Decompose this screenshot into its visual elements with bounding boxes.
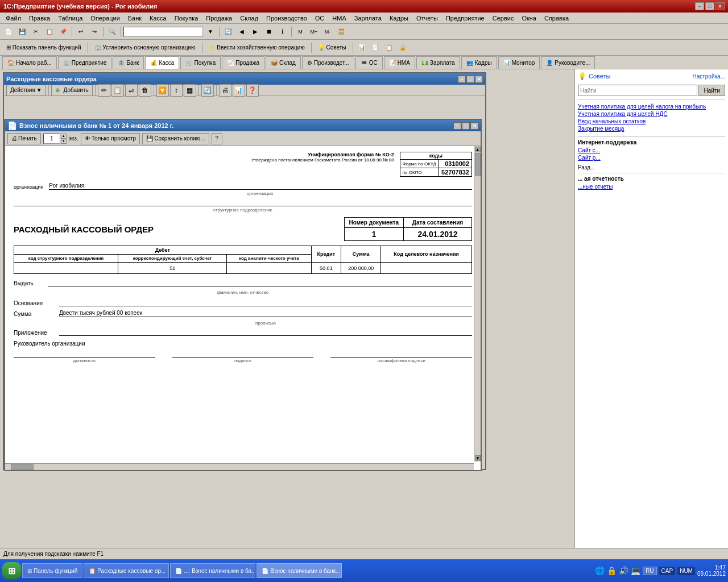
icon2[interactable]: 📑 xyxy=(369,41,382,54)
menu-table[interactable]: Таблица xyxy=(55,14,86,23)
tab-purchase[interactable]: 🛒Покупка xyxy=(180,56,221,69)
tips-btn[interactable]: 💡 Советы xyxy=(314,41,350,54)
menu-windows[interactable]: Окна xyxy=(518,14,540,23)
menu-salary[interactable]: Зарплата xyxy=(351,14,385,23)
toolbar-back[interactable]: ◀ xyxy=(235,26,248,38)
rko-sort-btn[interactable]: ↕ xyxy=(170,84,183,97)
maximize-button[interactable]: □ xyxy=(705,2,714,10)
toolbar-paste[interactable]: 📌 xyxy=(57,26,69,38)
rko-filter-btn[interactable]: 🔽 xyxy=(156,84,169,97)
icon3[interactable]: 📋 xyxy=(383,41,395,54)
tab-start[interactable]: 🏠Начало раб... xyxy=(2,56,57,69)
taskbar-vzn2[interactable]: 📄 Взнос наличными в банк... xyxy=(257,563,342,578)
copies-input[interactable]: 1 xyxy=(43,134,60,144)
settings-link[interactable]: Настройка... xyxy=(692,73,725,80)
link-nds[interactable]: Учетная политика для целей НДС xyxy=(578,111,725,117)
rko-actions-btn[interactable]: Действия ▼ xyxy=(6,85,46,96)
tab-enterprise[interactable]: 🏢Предприятие xyxy=(58,56,112,69)
tab-nma[interactable]: 📝НМА xyxy=(384,56,415,69)
tab-prod[interactable]: ⚙Производст... xyxy=(302,56,354,69)
rko-max-btn[interactable]: □ xyxy=(466,76,474,83)
toolbar-m[interactable]: M xyxy=(294,26,307,38)
menu-file[interactable]: Файл xyxy=(2,14,24,23)
rko-min-btn[interactable]: − xyxy=(458,76,466,83)
vzn-scrollbar[interactable]: ▲ ▼ xyxy=(474,146,481,462)
vzn-hscrollbar[interactable] xyxy=(5,463,474,470)
tab-bank[interactable]: 🏦Банк xyxy=(113,56,144,69)
icon4[interactable]: 🔒 xyxy=(396,41,409,54)
toolbar-cut[interactable]: ✂ xyxy=(30,26,42,38)
toolbar-new[interactable]: 📄 xyxy=(2,26,15,38)
toolbar-stop[interactable]: ⏹ xyxy=(263,26,275,38)
menu-kassa[interactable]: Касса xyxy=(146,14,170,23)
toolbar-info[interactable]: ℹ xyxy=(276,26,289,38)
vzn-max-btn[interactable]: □ xyxy=(462,122,470,130)
rko-group-btn[interactable]: ▦ xyxy=(184,84,196,97)
menu-reports[interactable]: Отчеты xyxy=(413,14,441,23)
toolbar-redo[interactable]: ↪ xyxy=(88,26,101,38)
show-panel-btn[interactable]: ⊞ Показать панель функций xyxy=(2,41,85,54)
rko-edit-btn[interactable]: ✏ xyxy=(98,84,110,97)
toolbar-copy[interactable]: 📋 xyxy=(43,26,56,38)
view-only-btn[interactable]: 👁 Только просмотр xyxy=(81,133,140,144)
menu-os[interactable]: ОС xyxy=(312,14,328,23)
toolbar-mplus[interactable]: M+ xyxy=(308,26,320,38)
tab-sales[interactable]: 📈Продажа xyxy=(222,56,264,69)
link-initial[interactable]: Ввод начальных остатков xyxy=(578,118,725,124)
print-btn[interactable]: 🖨 Печать xyxy=(7,133,41,144)
tab-kassa[interactable]: 💰Касса xyxy=(145,56,179,69)
taskbar-rko[interactable]: 📋 Расходные кассовые ор... xyxy=(84,563,169,578)
toolbar-go[interactable]: ▼ xyxy=(204,26,217,38)
toolbar-mminus[interactable]: M- xyxy=(321,26,334,38)
menu-enterprise[interactable]: Предприятие xyxy=(442,14,488,23)
tab-manager[interactable]: 👤Руководите... xyxy=(541,56,595,69)
rko-mark-btn[interactable]: 🗑 xyxy=(139,84,151,97)
rko-print-btn[interactable]: 🖨 xyxy=(219,84,231,97)
menu-warehouse[interactable]: Склад xyxy=(237,14,262,23)
icon1[interactable]: 📊 xyxy=(355,41,368,54)
menu-production[interactable]: Производство xyxy=(263,14,311,23)
vzn-close-btn[interactable]: ✕ xyxy=(470,122,478,130)
menu-operations[interactable]: Операции xyxy=(87,14,123,23)
enter-op-btn[interactable]: ⚡ Ввести хозяйственную операцию xyxy=(205,41,309,54)
toolbar-refresh[interactable]: 🔄 xyxy=(222,26,234,38)
tab-staff[interactable]: 👥Кадры xyxy=(461,56,497,69)
search-input[interactable] xyxy=(123,27,203,37)
spinner-up[interactable]: ▲ xyxy=(61,134,67,139)
rko-add-btn[interactable]: ⊕ Добавить xyxy=(51,85,93,96)
vzn-min-btn[interactable]: − xyxy=(453,122,461,130)
menu-help[interactable]: Справка xyxy=(541,14,572,23)
search-input[interactable] xyxy=(578,85,697,96)
rko-help-btn[interactable]: ❓ xyxy=(246,84,259,97)
rko-table-btn[interactable]: 📊 xyxy=(233,84,245,97)
taskbar-panel[interactable]: ⊞ Панель функций xyxy=(22,563,82,578)
search-btn[interactable]: Найти xyxy=(698,85,725,96)
copies-spinner[interactable]: 1 ▲ ▼ xyxy=(43,134,67,144)
menu-sell[interactable]: Продажа xyxy=(202,14,235,23)
site1-link[interactable]: Сайт с... xyxy=(578,147,725,153)
lang-btn[interactable]: RU xyxy=(643,567,656,575)
toolbar-calc[interactable]: 🧮 xyxy=(335,26,348,38)
toolbar-undo[interactable]: ↩ xyxy=(75,26,87,38)
tab-warehouse[interactable]: 📦Склад xyxy=(266,56,301,69)
rko-copy-btn[interactable]: 📋 xyxy=(111,84,124,97)
menu-buy[interactable]: Покупка xyxy=(171,14,202,23)
link-tax-profit[interactable]: Учетная политика для целей налога на при… xyxy=(578,103,725,110)
menu-bank[interactable]: Банк xyxy=(125,14,145,23)
rko-move-btn[interactable]: ⇌ xyxy=(125,84,138,97)
start-button[interactable]: ⊞ xyxy=(2,562,21,579)
tab-salary[interactable]: 💵Зарплата xyxy=(416,56,460,69)
link-close-month[interactable]: Закрытие месяца xyxy=(578,126,725,132)
tab-monitor[interactable]: 📊Монитор xyxy=(498,56,540,69)
menu-staff[interactable]: Кадры xyxy=(386,14,412,23)
toolbar-search[interactable]: 🔍 xyxy=(106,26,118,38)
taskbar-vzn1[interactable]: 📄 ...: Взнос наличными в ба... xyxy=(170,563,255,578)
close-button[interactable]: ✕ xyxy=(715,2,725,10)
tab-os[interactable]: 💻ОС xyxy=(355,56,383,69)
help-btn[interactable]: ? xyxy=(212,133,223,144)
site2-link[interactable]: Сайт р... xyxy=(578,155,725,161)
toolbar-forward[interactable]: ▶ xyxy=(249,26,262,38)
menu-nma[interactable]: НМА xyxy=(329,14,349,23)
minimize-button[interactable]: − xyxy=(695,2,704,10)
toolbar-save[interactable]: 💾 xyxy=(16,26,28,38)
